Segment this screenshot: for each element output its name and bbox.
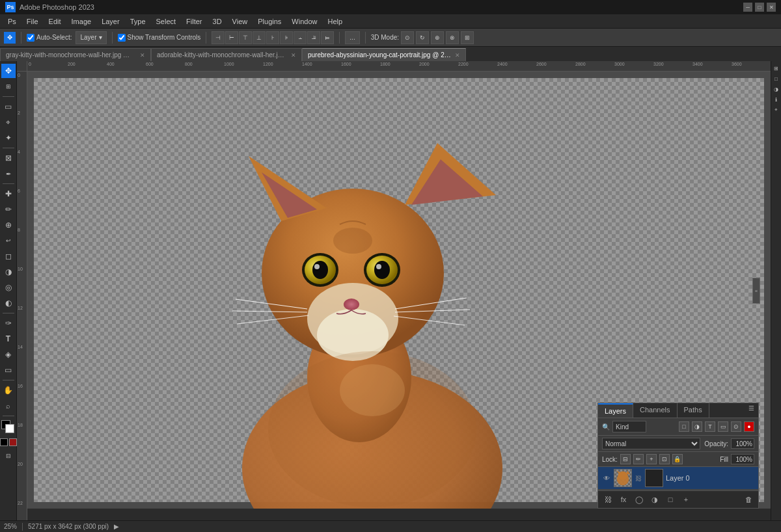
title-bar-controls[interactable]: ─ □ ✕: [743, 3, 776, 12]
menu-help[interactable]: Help: [322, 16, 348, 27]
filter-type-btn[interactable]: T: [705, 421, 715, 432]
gradient-tool[interactable]: ◑: [1, 265, 16, 279]
eraser-tool[interactable]: ◻: [1, 249, 16, 263]
menu-image[interactable]: Image: [66, 16, 97, 27]
layer-0-visibility[interactable]: 👁: [602, 473, 611, 483]
filter-pixel-btn[interactable]: □: [679, 421, 689, 432]
type-tool[interactable]: T: [1, 332, 16, 346]
align-center-v-btn[interactable]: ⊦: [266, 31, 279, 44]
lock-transparent-btn[interactable]: ⊟: [620, 454, 631, 464]
tab-adorable-kitty[interactable]: adorable-kitty-with-monochrome-wall-her.…: [151, 48, 302, 61]
menu-ps[interactable]: Ps: [3, 16, 21, 27]
pen-tool[interactable]: ✑: [1, 316, 16, 330]
3d-scale-btn[interactable]: ⊞: [461, 31, 474, 44]
maximize-button[interactable]: □: [755, 3, 764, 12]
link-layers-btn[interactable]: ⛓: [602, 494, 614, 505]
tab-gray-kitty-close[interactable]: ✕: [140, 52, 145, 59]
menu-type[interactable]: Type: [125, 16, 151, 27]
collapse-panel-button[interactable]: «: [752, 278, 760, 304]
dodge-tool[interactable]: ◐: [1, 296, 16, 310]
lock-artboard-btn[interactable]: ⊡: [659, 454, 670, 464]
adjustment-right[interactable]: ◑: [772, 85, 781, 94]
distribute-center-btn[interactable]: ⫡: [307, 31, 320, 44]
close-button[interactable]: ✕: [767, 3, 776, 12]
shape-tool[interactable]: ▭: [1, 363, 16, 377]
filter-smart-btn[interactable]: ⊙: [731, 421, 741, 432]
crop-tool[interactable]: ⊠: [1, 151, 16, 165]
tab-adorable-kitty-close[interactable]: ✕: [291, 52, 296, 59]
new-group-btn[interactable]: □: [665, 494, 676, 505]
magic-wand-tool[interactable]: ✦: [1, 131, 16, 145]
3d-orbit-btn[interactable]: ⊙: [401, 31, 414, 44]
tab-layers[interactable]: Layers: [598, 403, 633, 418]
tab-channels[interactable]: Channels: [633, 403, 677, 418]
distribute-right-btn[interactable]: ⫢: [321, 31, 334, 44]
new-layer-btn[interactable]: +: [680, 494, 692, 505]
more-options-btn[interactable]: ...: [345, 31, 359, 44]
new-adjustment-btn[interactable]: ◑: [649, 494, 661, 505]
filter-toggle-btn[interactable]: ●: [744, 421, 754, 432]
layer-comp-right[interactable]: □: [772, 74, 781, 83]
show-transform-checkbox[interactable]: [118, 34, 126, 42]
background-color[interactable]: [5, 424, 14, 433]
align-left-btn[interactable]: ⊣: [212, 31, 225, 44]
tab-paths[interactable]: Paths: [678, 403, 709, 418]
blend-mode-select[interactable]: Normal Multiply Screen: [602, 438, 700, 449]
add-mask-btn[interactable]: ◯: [633, 494, 645, 505]
add-style-btn[interactable]: fx: [618, 494, 629, 505]
layer-row-0[interactable]: 👁 ⛓: [598, 467, 758, 490]
menu-view[interactable]: View: [227, 16, 253, 27]
path-selection-tool[interactable]: ◈: [1, 347, 16, 362]
hand-tool[interactable]: ✋: [1, 383, 16, 397]
lock-position-btn[interactable]: +: [646, 454, 657, 464]
history-brush-tool[interactable]: ↩: [1, 233, 16, 248]
layer-0-mask-thumb[interactable]: [645, 469, 663, 487]
filter-shape-btn[interactable]: ▭: [718, 421, 728, 432]
screen-mode-btn[interactable]: ⊟: [1, 449, 16, 463]
nav-right[interactable]: ⌖: [772, 105, 781, 114]
layer-0-thumb[interactable]: [614, 469, 632, 487]
minimize-button[interactable]: ─: [743, 3, 752, 12]
move-tool[interactable]: ✥: [1, 64, 16, 78]
3d-roll-btn[interactable]: ↻: [416, 31, 429, 44]
foreground-background-colors[interactable]: [1, 420, 16, 434]
layers-filter-input[interactable]: [612, 421, 646, 432]
menu-select[interactable]: Select: [151, 16, 182, 27]
lasso-tool[interactable]: ⌖: [1, 115, 16, 129]
3d-slide-btn[interactable]: ⊗: [446, 31, 459, 44]
layer-0-link[interactable]: ⛓: [635, 475, 642, 482]
menu-layer[interactable]: Layer: [96, 16, 125, 27]
tab-purebred[interactable]: purebred-abyssinian-young-cat-portrait.j…: [302, 48, 466, 61]
opacity-input[interactable]: [731, 438, 754, 449]
layer-dropdown[interactable]: Layer ▾: [75, 31, 106, 44]
clone-stamp-tool[interactable]: ⊕: [1, 218, 16, 232]
tab-gray-kitty[interactable]: gray-kitty-with-monochrome-wall-her.jpg …: [0, 48, 151, 61]
distribute-left-btn[interactable]: ⫠: [294, 31, 307, 44]
lock-all-btn[interactable]: 🔒: [672, 454, 683, 464]
brush-tool[interactable]: ✏: [1, 202, 16, 217]
align-right-btn[interactable]: ⊤: [239, 31, 252, 44]
rectangular-marquee-tool[interactable]: ▭: [1, 100, 16, 114]
layers-panel-menu[interactable]: ☰: [745, 403, 758, 418]
tab-purebred-close[interactable]: ✕: [455, 52, 460, 59]
3d-pan-btn[interactable]: ⊕: [431, 31, 444, 44]
info-right[interactable]: ℹ: [772, 95, 781, 104]
standard-mode-btn[interactable]: [0, 438, 8, 446]
filter-adj-btn[interactable]: ◑: [692, 421, 702, 432]
healing-brush-tool[interactable]: ✚: [1, 187, 16, 201]
artboard-tool[interactable]: ⊞: [1, 79, 16, 94]
quick-mask-btn[interactable]: [9, 438, 17, 446]
artboard-tool-right[interactable]: ⊞: [772, 64, 781, 73]
status-arrow[interactable]: ▶: [114, 523, 119, 530]
eyedropper-tool[interactable]: ✒: [1, 166, 16, 181]
menu-3d[interactable]: 3D: [208, 16, 227, 27]
auto-select-checkbox[interactable]: [27, 34, 34, 42]
menu-edit[interactable]: Edit: [44, 16, 66, 27]
fill-input[interactable]: [731, 454, 754, 464]
blur-tool[interactable]: ◎: [1, 280, 16, 295]
menu-filter[interactable]: Filter: [181, 16, 207, 27]
align-center-h-btn[interactable]: ⊢: [225, 31, 238, 44]
delete-layer-btn[interactable]: 🗑: [743, 494, 754, 505]
align-top-btn[interactable]: ⊥: [253, 31, 266, 44]
menu-file[interactable]: File: [21, 16, 44, 27]
